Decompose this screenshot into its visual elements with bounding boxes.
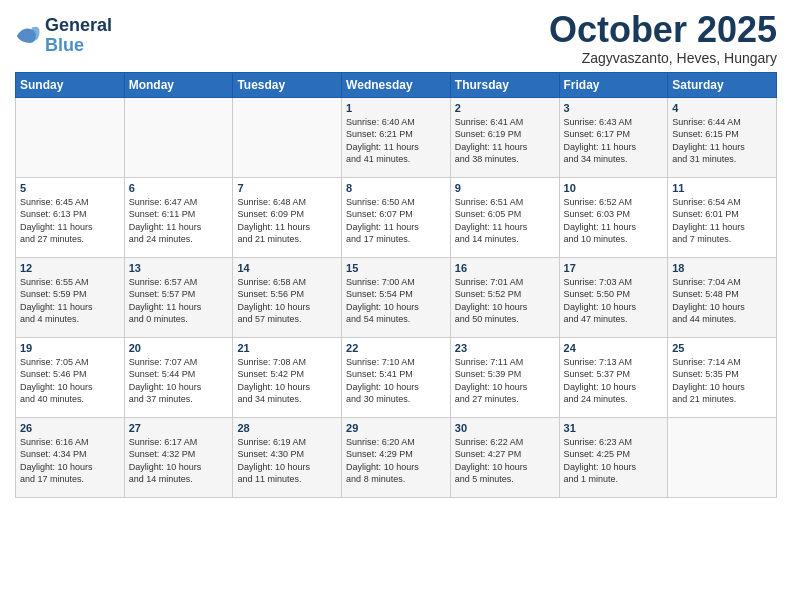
day-header-monday: Monday [124, 72, 233, 97]
day-info: Sunrise: 6:43 AM Sunset: 6:17 PM Dayligh… [564, 116, 664, 166]
calendar-cell: 4Sunrise: 6:44 AM Sunset: 6:15 PM Daylig… [668, 97, 777, 177]
day-info: Sunrise: 7:11 AM Sunset: 5:39 PM Dayligh… [455, 356, 555, 406]
day-number: 2 [455, 102, 555, 114]
calendar-cell: 19Sunrise: 7:05 AM Sunset: 5:46 PM Dayli… [16, 337, 125, 417]
day-number: 28 [237, 422, 337, 434]
day-number: 29 [346, 422, 446, 434]
calendar-cell: 14Sunrise: 6:58 AM Sunset: 5:56 PM Dayli… [233, 257, 342, 337]
day-info: Sunrise: 7:04 AM Sunset: 5:48 PM Dayligh… [672, 276, 772, 326]
calendar-cell: 21Sunrise: 7:08 AM Sunset: 5:42 PM Dayli… [233, 337, 342, 417]
day-info: Sunrise: 7:03 AM Sunset: 5:50 PM Dayligh… [564, 276, 664, 326]
calendar-cell: 30Sunrise: 6:22 AM Sunset: 4:27 PM Dayli… [450, 417, 559, 497]
day-number: 30 [455, 422, 555, 434]
week-row-5: 26Sunrise: 6:16 AM Sunset: 4:34 PM Dayli… [16, 417, 777, 497]
day-number: 7 [237, 182, 337, 194]
day-info: Sunrise: 6:41 AM Sunset: 6:19 PM Dayligh… [455, 116, 555, 166]
calendar-cell: 1Sunrise: 6:40 AM Sunset: 6:21 PM Daylig… [342, 97, 451, 177]
calendar-cell: 24Sunrise: 7:13 AM Sunset: 5:37 PM Dayli… [559, 337, 668, 417]
calendar-cell: 20Sunrise: 7:07 AM Sunset: 5:44 PM Dayli… [124, 337, 233, 417]
day-info: Sunrise: 6:22 AM Sunset: 4:27 PM Dayligh… [455, 436, 555, 486]
logo-icon [15, 22, 43, 50]
day-header-wednesday: Wednesday [342, 72, 451, 97]
day-info: Sunrise: 6:57 AM Sunset: 5:57 PM Dayligh… [129, 276, 229, 326]
day-header-saturday: Saturday [668, 72, 777, 97]
day-number: 3 [564, 102, 664, 114]
day-info: Sunrise: 7:00 AM Sunset: 5:54 PM Dayligh… [346, 276, 446, 326]
calendar-cell: 13Sunrise: 6:57 AM Sunset: 5:57 PM Dayli… [124, 257, 233, 337]
day-number: 10 [564, 182, 664, 194]
calendar-cell: 9Sunrise: 6:51 AM Sunset: 6:05 PM Daylig… [450, 177, 559, 257]
week-row-4: 19Sunrise: 7:05 AM Sunset: 5:46 PM Dayli… [16, 337, 777, 417]
calendar-cell: 29Sunrise: 6:20 AM Sunset: 4:29 PM Dayli… [342, 417, 451, 497]
day-info: Sunrise: 7:05 AM Sunset: 5:46 PM Dayligh… [20, 356, 120, 406]
calendar-cell: 6Sunrise: 6:47 AM Sunset: 6:11 PM Daylig… [124, 177, 233, 257]
calendar-cell [233, 97, 342, 177]
day-info: Sunrise: 6:45 AM Sunset: 6:13 PM Dayligh… [20, 196, 120, 246]
day-header-tuesday: Tuesday [233, 72, 342, 97]
logo: General Blue [15, 16, 112, 56]
calendar-cell: 31Sunrise: 6:23 AM Sunset: 4:25 PM Dayli… [559, 417, 668, 497]
day-number: 21 [237, 342, 337, 354]
day-info: Sunrise: 7:14 AM Sunset: 5:35 PM Dayligh… [672, 356, 772, 406]
week-row-1: 1Sunrise: 6:40 AM Sunset: 6:21 PM Daylig… [16, 97, 777, 177]
calendar-table: SundayMondayTuesdayWednesdayThursdayFrid… [15, 72, 777, 498]
day-number: 19 [20, 342, 120, 354]
calendar-cell: 28Sunrise: 6:19 AM Sunset: 4:30 PM Dayli… [233, 417, 342, 497]
day-info: Sunrise: 6:20 AM Sunset: 4:29 PM Dayligh… [346, 436, 446, 486]
location: Zagyvaszanto, Heves, Hungary [549, 50, 777, 66]
calendar-cell: 22Sunrise: 7:10 AM Sunset: 5:41 PM Dayli… [342, 337, 451, 417]
calendar-cell: 16Sunrise: 7:01 AM Sunset: 5:52 PM Dayli… [450, 257, 559, 337]
day-number: 16 [455, 262, 555, 274]
day-info: Sunrise: 6:23 AM Sunset: 4:25 PM Dayligh… [564, 436, 664, 486]
day-number: 4 [672, 102, 772, 114]
day-number: 6 [129, 182, 229, 194]
calendar-cell: 17Sunrise: 7:03 AM Sunset: 5:50 PM Dayli… [559, 257, 668, 337]
calendar-cell [124, 97, 233, 177]
day-info: Sunrise: 6:19 AM Sunset: 4:30 PM Dayligh… [237, 436, 337, 486]
calendar-cell: 2Sunrise: 6:41 AM Sunset: 6:19 PM Daylig… [450, 97, 559, 177]
day-info: Sunrise: 6:40 AM Sunset: 6:21 PM Dayligh… [346, 116, 446, 166]
day-number: 13 [129, 262, 229, 274]
calendar-cell: 7Sunrise: 6:48 AM Sunset: 6:09 PM Daylig… [233, 177, 342, 257]
day-number: 26 [20, 422, 120, 434]
calendar-cell: 26Sunrise: 6:16 AM Sunset: 4:34 PM Dayli… [16, 417, 125, 497]
logo-line1: General [45, 16, 112, 36]
day-info: Sunrise: 6:51 AM Sunset: 6:05 PM Dayligh… [455, 196, 555, 246]
day-info: Sunrise: 7:08 AM Sunset: 5:42 PM Dayligh… [237, 356, 337, 406]
day-info: Sunrise: 6:55 AM Sunset: 5:59 PM Dayligh… [20, 276, 120, 326]
calendar-cell: 8Sunrise: 6:50 AM Sunset: 6:07 PM Daylig… [342, 177, 451, 257]
month-title: October 2025 [549, 10, 777, 50]
day-number: 23 [455, 342, 555, 354]
day-number: 12 [20, 262, 120, 274]
calendar-cell: 12Sunrise: 6:55 AM Sunset: 5:59 PM Dayli… [16, 257, 125, 337]
calendar-cell: 27Sunrise: 6:17 AM Sunset: 4:32 PM Dayli… [124, 417, 233, 497]
day-header-sunday: Sunday [16, 72, 125, 97]
header-row: SundayMondayTuesdayWednesdayThursdayFrid… [16, 72, 777, 97]
calendar-cell: 18Sunrise: 7:04 AM Sunset: 5:48 PM Dayli… [668, 257, 777, 337]
day-number: 25 [672, 342, 772, 354]
week-row-2: 5Sunrise: 6:45 AM Sunset: 6:13 PM Daylig… [16, 177, 777, 257]
day-info: Sunrise: 6:52 AM Sunset: 6:03 PM Dayligh… [564, 196, 664, 246]
day-info: Sunrise: 6:48 AM Sunset: 6:09 PM Dayligh… [237, 196, 337, 246]
week-row-3: 12Sunrise: 6:55 AM Sunset: 5:59 PM Dayli… [16, 257, 777, 337]
calendar-page: General Blue October 2025 Zagyvaszanto, … [0, 0, 792, 513]
calendar-cell: 10Sunrise: 6:52 AM Sunset: 6:03 PM Dayli… [559, 177, 668, 257]
day-number: 1 [346, 102, 446, 114]
calendar-cell: 23Sunrise: 7:11 AM Sunset: 5:39 PM Dayli… [450, 337, 559, 417]
day-info: Sunrise: 6:16 AM Sunset: 4:34 PM Dayligh… [20, 436, 120, 486]
day-info: Sunrise: 6:17 AM Sunset: 4:32 PM Dayligh… [129, 436, 229, 486]
calendar-cell: 3Sunrise: 6:43 AM Sunset: 6:17 PM Daylig… [559, 97, 668, 177]
day-number: 8 [346, 182, 446, 194]
day-number: 24 [564, 342, 664, 354]
calendar-cell: 5Sunrise: 6:45 AM Sunset: 6:13 PM Daylig… [16, 177, 125, 257]
day-number: 18 [672, 262, 772, 274]
header: General Blue October 2025 Zagyvaszanto, … [15, 10, 777, 66]
day-header-friday: Friday [559, 72, 668, 97]
day-number: 5 [20, 182, 120, 194]
calendar-cell: 15Sunrise: 7:00 AM Sunset: 5:54 PM Dayli… [342, 257, 451, 337]
day-number: 17 [564, 262, 664, 274]
day-info: Sunrise: 6:58 AM Sunset: 5:56 PM Dayligh… [237, 276, 337, 326]
day-info: Sunrise: 7:07 AM Sunset: 5:44 PM Dayligh… [129, 356, 229, 406]
day-number: 20 [129, 342, 229, 354]
day-info: Sunrise: 6:44 AM Sunset: 6:15 PM Dayligh… [672, 116, 772, 166]
